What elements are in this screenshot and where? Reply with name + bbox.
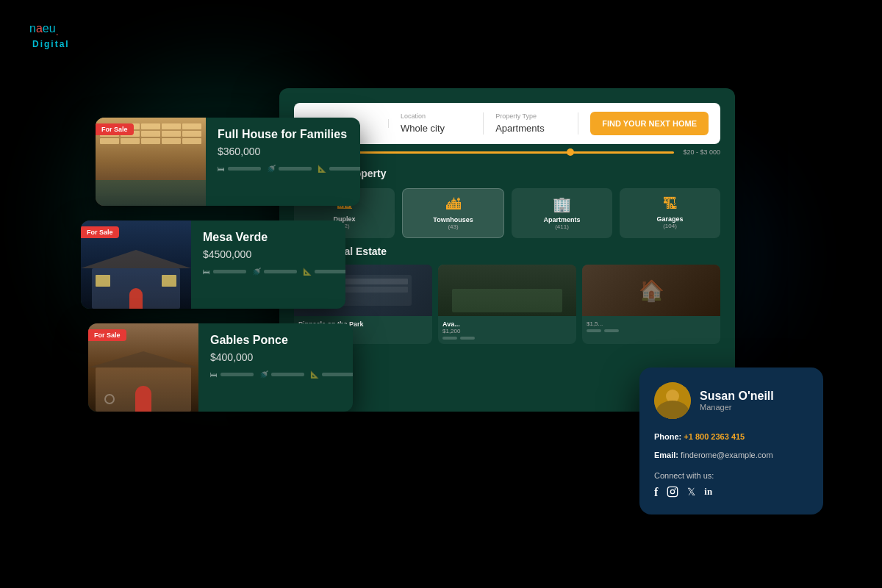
listing-info-3: Gables Ponce $400,000 🛏 🚿 📐 <box>198 323 353 412</box>
listing-meta-3: 🛏 🚿 📐 <box>210 370 353 379</box>
svg-point-1 <box>666 390 679 403</box>
prop-type-apartments[interactable]: 🏢 Apartments (411) <box>512 188 612 238</box>
contact-name: Susan O'neill <box>700 390 774 403</box>
listing-info-1: Full House for Families $360,000 🛏 🚿 📐 <box>206 118 360 206</box>
bed-icon-3: 🛏 <box>210 370 218 379</box>
svg-point-5 <box>675 488 676 490</box>
townhouses-name: Townhouses <box>409 216 498 223</box>
logo-subtitle: Digital <box>32 39 70 49</box>
townhouses-icon: 🏙 <box>409 196 498 213</box>
recent-title: Recent Real Estate <box>294 245 720 257</box>
svg-point-0 <box>654 382 691 419</box>
listing-title-3: Gables Ponce <box>210 334 353 347</box>
contact-card: Susan O'neill Manager Phone: +1 800 2363… <box>639 368 823 514</box>
price-slider[interactable] <box>341 151 674 154</box>
listing-img-1: For Sale <box>96 118 206 206</box>
recent-card-2-meta <box>442 337 572 340</box>
recent-card-3-info: $1,5... <box>582 316 720 337</box>
baths-line-2 <box>264 270 297 273</box>
social-label: Connect with us: <box>654 471 808 480</box>
recent-card-2[interactable]: Ava... $1,200 <box>438 265 576 344</box>
garages-count: (104) <box>625 223 714 229</box>
instagram-icon[interactable] <box>667 486 678 500</box>
social-row: Connect with us: f 𝕏 in <box>654 471 808 500</box>
svg-point-4 <box>671 490 675 493</box>
phone-label: Phone: <box>654 432 681 441</box>
location-field[interactable]: Location Whole city <box>401 112 484 135</box>
recent-grid: For Rent Pinnacle on the Park $900 <box>294 265 720 344</box>
contact-email-detail: Email: finderome@example.com <box>654 449 808 462</box>
recent-section: Recent Real Estate For Rent Pinnacle on … <box>294 245 720 344</box>
bath-icon-2: 🚿 <box>252 268 261 276</box>
contact-header: Susan O'neill Manager <box>654 382 808 419</box>
meta-bar-baths-3: 🚿 <box>259 370 304 379</box>
social-icons: f 𝕏 in <box>654 486 808 500</box>
baths-line <box>279 167 312 171</box>
listing-img-3: For Sale <box>88 323 198 412</box>
for-sale-badge-3: For Sale <box>88 329 126 341</box>
size-line-2 <box>315 270 345 273</box>
meta-pill-4 <box>442 337 457 340</box>
garages-name: Garages <box>625 215 714 223</box>
bath-icon-3: 🚿 <box>259 370 268 379</box>
search-button[interactable]: FIND YOUR NEXT HOME <box>590 112 709 135</box>
property-type-field[interactable]: Property Type Apartments <box>495 112 578 135</box>
email-label: Email: <box>654 451 678 459</box>
recent-img-2 <box>438 265 576 316</box>
listing-card-3[interactable]: For Sale Gables Ponce $400,000 🛏 🚿 📐 <box>88 323 353 412</box>
listing-info-2: Mesa Verde $4500,000 🛏 🚿 📐 <box>191 220 345 309</box>
listing-price-3: $400,000 <box>210 351 353 363</box>
linkedin-icon[interactable]: in <box>704 486 712 500</box>
townhouses-count: (43) <box>409 223 498 230</box>
logo-letter-u: u <box>49 22 56 35</box>
listing-title-2: Mesa Verde <box>203 231 345 244</box>
prop-type-garages[interactable]: 🏗 Garages (104) <box>620 188 720 238</box>
logo-letter-n: n <box>29 22 36 35</box>
facebook-icon[interactable]: f <box>654 486 658 500</box>
contact-phone: +1 800 2363 415 <box>684 432 745 441</box>
listing-price-2: $4500,000 <box>203 248 345 260</box>
recent-card-3-meta <box>587 329 716 332</box>
property-type-label: Property Type <box>495 112 566 120</box>
price-range-value: $20 - $3 000 <box>683 148 720 156</box>
size-icon-3: 📐 <box>310 370 319 379</box>
twitter-icon[interactable]: 𝕏 <box>687 486 695 500</box>
contact-avatar <box>654 382 691 419</box>
meta-pill-6 <box>587 329 601 332</box>
baths-line-3 <box>271 373 304 376</box>
apartments-count: (411) <box>517 223 606 230</box>
apartments-icon: 🏢 <box>517 196 606 213</box>
contact-phone-detail: Phone: +1 800 2363 415 <box>654 431 808 444</box>
listing-card-1[interactable]: For Sale Full House for Families $360,00… <box>96 118 360 206</box>
property-type-value: Apartments <box>495 123 544 134</box>
apartments-name: Apartments <box>517 216 606 223</box>
logo: naeu. Digital <box>29 22 70 49</box>
listing-meta-2: 🛏 🚿 📐 <box>203 268 345 276</box>
recent-card-2-price: $1,200 <box>442 328 572 334</box>
meta-bar-baths-2: 🚿 <box>252 268 297 276</box>
meta-bar-size: 📐 <box>318 165 360 173</box>
size-icon-2: 📐 <box>303 268 312 276</box>
meta-bar-beds-3: 🛏 <box>210 370 254 379</box>
meta-pill-7 <box>604 329 619 332</box>
size-icon: 📐 <box>318 165 326 173</box>
svg-point-2 <box>661 404 684 419</box>
meta-bar-size-3: 📐 <box>310 370 353 379</box>
for-sale-badge-1: For Sale <box>96 123 134 135</box>
recent-img-3: 🏠 <box>582 265 720 316</box>
listing-title-1: Full House for Families <box>218 128 360 141</box>
location-value: Whole city <box>401 123 445 134</box>
prop-type-townhouses[interactable]: 🏙 Townhouses (43) <box>402 188 504 238</box>
listing-card-2[interactable]: For Sale Mesa Verde $4500,000 🛏 🚿 📐 <box>81 220 345 309</box>
bed-icon-2: 🛏 <box>203 268 210 276</box>
meta-pill-5 <box>460 337 475 340</box>
beds-line <box>228 167 261 171</box>
recent-card-3[interactable]: 🏠 $1,5... <box>582 265 720 344</box>
location-label: Location <box>401 112 471 120</box>
bed-icon: 🛏 <box>218 165 225 173</box>
listing-meta-1: 🛏 🚿 📐 <box>218 165 360 173</box>
meta-bar-beds-2: 🛏 <box>203 268 246 276</box>
contact-email: finderome@example.com <box>681 451 773 459</box>
logo-letter-a: a <box>36 22 43 35</box>
size-line <box>329 167 360 171</box>
